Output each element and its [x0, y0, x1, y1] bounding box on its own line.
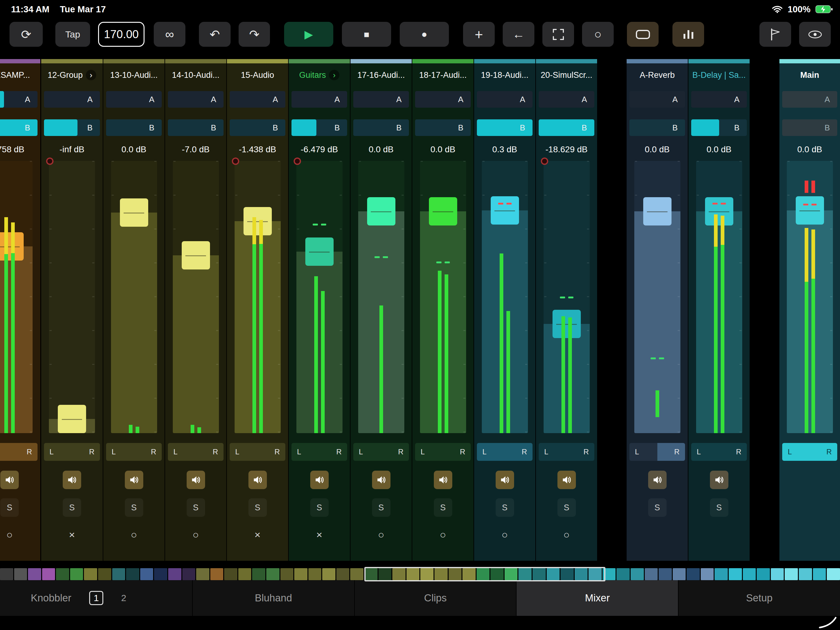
- overview-segment[interactable]: [140, 568, 153, 580]
- overview-segment[interactable]: [785, 568, 798, 580]
- volume-fader[interactable]: [696, 161, 742, 433]
- overview-segment[interactable]: [126, 568, 139, 580]
- play-button[interactable]: ▶: [284, 22, 333, 47]
- overview-segment[interactable]: [70, 568, 83, 580]
- cue-a-button[interactable]: A: [44, 91, 100, 108]
- pan-control[interactable]: L R: [691, 443, 747, 461]
- tab-mixer[interactable]: Mixer: [516, 580, 678, 616]
- overview-segment[interactable]: [196, 568, 209, 580]
- volume-fader[interactable]: [482, 161, 528, 433]
- record-arm-button[interactable]: ○: [557, 526, 576, 544]
- solo-button[interactable]: S: [186, 499, 205, 517]
- pan-control[interactable]: L R: [782, 443, 837, 461]
- channel-title[interactable]: 12-Group ›: [41, 66, 103, 84]
- overview-segment[interactable]: [645, 568, 658, 580]
- overview-segment[interactable]: [350, 568, 363, 580]
- overview-segment[interactable]: [616, 568, 630, 580]
- visibility-button[interactable]: [799, 22, 831, 47]
- overview-segment[interactable]: [112, 568, 125, 580]
- record-arm-button[interactable]: ○: [372, 526, 390, 544]
- mute-button[interactable]: [496, 471, 514, 489]
- channel-title[interactable]: 17-16-Audi...: [351, 66, 412, 84]
- overview-segment[interactable]: [294, 568, 308, 580]
- solo-button[interactable]: S: [63, 499, 81, 517]
- overview-segment[interactable]: [154, 568, 167, 580]
- cue-a-button[interactable]: A: [0, 91, 38, 108]
- clip-indicator[interactable]: [541, 157, 548, 165]
- solo-button[interactable]: S: [372, 499, 390, 517]
- cue-b-button[interactable]: B: [629, 119, 685, 136]
- overview-segment[interactable]: [308, 568, 322, 580]
- solo-button[interactable]: S: [434, 499, 452, 517]
- overview-segment[interactable]: [14, 568, 27, 580]
- overview-segment[interactable]: [84, 568, 97, 580]
- undo-button[interactable]: ↶: [199, 22, 231, 47]
- pan-control[interactable]: L R: [353, 443, 409, 461]
- record-arm-button[interactable]: ○: [496, 526, 514, 544]
- tab-bluhand[interactable]: Bluhand: [192, 580, 354, 616]
- overview-segment[interactable]: [98, 568, 111, 580]
- record-arm-button[interactable]: ×: [248, 526, 267, 544]
- cue-a-button[interactable]: A: [106, 91, 162, 108]
- tab-clips[interactable]: Clips: [354, 580, 516, 616]
- overview-segment[interactable]: [336, 568, 350, 580]
- record-arm-button[interactable]: ×: [310, 526, 329, 544]
- overview-selection-box[interactable]: [364, 567, 605, 581]
- mute-button[interactable]: [0, 471, 19, 489]
- overview-segment[interactable]: [658, 568, 672, 580]
- overview-segment[interactable]: [813, 568, 826, 580]
- mute-button[interactable]: [557, 471, 576, 489]
- cue-a-button[interactable]: A: [415, 91, 471, 108]
- mute-button[interactable]: [648, 471, 666, 489]
- chevron-right-icon[interactable]: ›: [86, 70, 96, 80]
- volume-fader[interactable]: [111, 161, 157, 433]
- cue-b-button[interactable]: B: [477, 119, 532, 136]
- overview-segment[interactable]: [28, 568, 41, 580]
- channel-title[interactable]: Guitars ›: [289, 66, 350, 84]
- channel-title[interactable]: RESAMP...: [0, 66, 40, 84]
- cue-b-button[interactable]: B: [292, 119, 347, 136]
- volume-fader[interactable]: [297, 161, 343, 433]
- solo-button[interactable]: S: [310, 499, 329, 517]
- cue-b-button[interactable]: B: [0, 119, 38, 136]
- cue-a-button[interactable]: A: [629, 91, 685, 108]
- pan-control[interactable]: L R: [629, 443, 685, 461]
- channel-title[interactable]: 19-18-Audi...: [474, 66, 535, 84]
- record-arm-button[interactable]: ○: [0, 526, 19, 544]
- solo-button[interactable]: S: [557, 499, 576, 517]
- pan-control[interactable]: L R: [477, 443, 532, 461]
- cue-b-button[interactable]: B: [106, 119, 162, 136]
- overview-segment[interactable]: [827, 568, 840, 580]
- overview-segment[interactable]: [729, 568, 742, 580]
- channel-title[interactable]: 13-10-Audi...: [103, 66, 164, 84]
- overview-segment[interactable]: [771, 568, 784, 580]
- mute-button[interactable]: [434, 471, 452, 489]
- overview-segment[interactable]: [631, 568, 644, 580]
- clip-indicator[interactable]: [46, 157, 54, 165]
- pan-control[interactable]: L R: [0, 443, 38, 461]
- channel-title[interactable]: B-Delay | Sa...: [688, 66, 750, 84]
- volume-fader[interactable]: [543, 161, 590, 433]
- overview-segment[interactable]: [238, 568, 251, 580]
- cue-a-button[interactable]: A: [691, 91, 747, 108]
- mute-button[interactable]: [310, 471, 329, 489]
- volume-fader[interactable]: [420, 161, 466, 433]
- overview-segment[interactable]: [182, 568, 196, 580]
- tempo-display[interactable]: 170.00: [98, 22, 145, 47]
- solo-button[interactable]: S: [248, 499, 267, 517]
- overview-segment[interactable]: [252, 568, 265, 580]
- fullscreen-button[interactable]: [542, 22, 574, 47]
- volume-fader[interactable]: [634, 161, 681, 433]
- pan-control[interactable]: L R: [415, 443, 471, 461]
- volume-fader[interactable]: [49, 161, 95, 433]
- flag-button[interactable]: [759, 22, 791, 47]
- overview-segment[interactable]: [715, 568, 728, 580]
- mute-button[interactable]: [186, 471, 205, 489]
- stop-button[interactable]: ■: [342, 22, 391, 47]
- mute-button[interactable]: [125, 471, 143, 489]
- cue-b-button[interactable]: B: [230, 119, 285, 136]
- cue-b-button[interactable]: B: [782, 119, 837, 136]
- overview-segment[interactable]: [210, 568, 224, 580]
- add-track-button[interactable]: +: [463, 22, 495, 47]
- mute-button[interactable]: [63, 471, 81, 489]
